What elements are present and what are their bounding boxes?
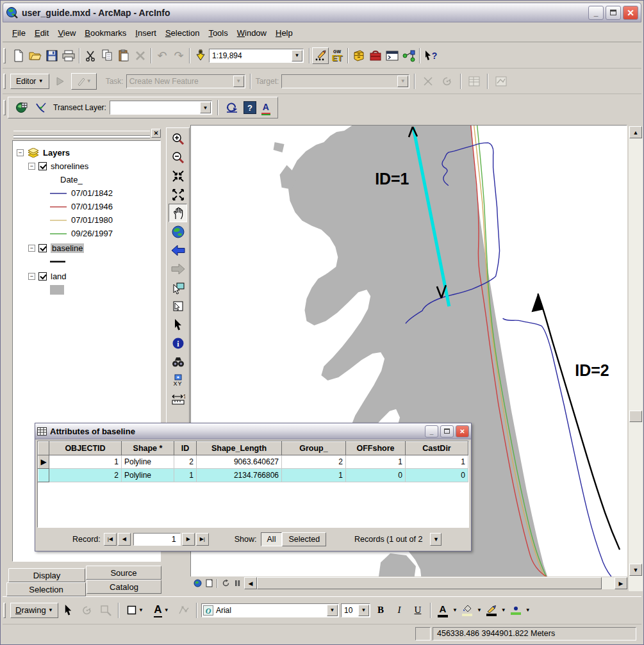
select-elements-icon[interactable] (60, 602, 77, 619)
zoom-out-icon[interactable] (169, 148, 187, 167)
show-selected-button[interactable]: Selected (282, 532, 326, 546)
select-elements-icon[interactable] (169, 315, 187, 334)
map-scale-combo[interactable]: 1:19,894 ▼ (209, 49, 304, 63)
pause-drawing-icon[interactable] (231, 578, 243, 589)
toc-close-icon[interactable]: ✕ (151, 129, 161, 138)
data-view-icon[interactable] (192, 578, 203, 589)
whats-this-button[interactable]: ? (422, 47, 439, 64)
show-all-button[interactable]: All (261, 532, 283, 546)
chevron-down-icon[interactable]: ▼ (477, 607, 482, 613)
toolbar-grip[interactable] (3, 100, 6, 115)
select-features-icon[interactable] (169, 278, 187, 297)
transect-layer-combo[interactable]: ▼ (110, 101, 212, 115)
fixed-zoom-in-icon[interactable] (169, 167, 187, 185)
refresh-icon[interactable] (220, 578, 231, 589)
find-icon[interactable] (169, 352, 187, 371)
cut-button[interactable] (82, 47, 99, 64)
tab-source[interactable]: Source (86, 566, 161, 580)
cast-transects-icon[interactable] (33, 99, 50, 116)
transect-globe-icon[interactable] (13, 99, 30, 116)
forward-arrow-icon[interactable] (169, 259, 187, 278)
expand-collapse-icon[interactable]: − (28, 273, 35, 280)
col-objectid[interactable]: OBJECTID (49, 442, 122, 455)
chevron-down-icon[interactable]: ▼ (525, 607, 531, 613)
et-geowizards-button[interactable]: GW ET (329, 47, 345, 64)
expand-collapse-icon[interactable]: − (28, 245, 35, 252)
transect-annotate-button[interactable]: A (260, 101, 272, 115)
print-button[interactable] (60, 47, 77, 64)
chevron-down-icon[interactable]: ▼ (501, 607, 506, 613)
menu-insert[interactable]: Insert (131, 26, 161, 40)
back-arrow-icon[interactable] (169, 241, 187, 259)
chevron-down-icon[interactable]: ▼ (292, 50, 302, 61)
toc-grip[interactable] (13, 131, 150, 136)
marker-color-button[interactable] (508, 602, 524, 619)
scroll-right-icon[interactable]: ▶ (615, 577, 627, 589)
measure-icon[interactable]: ? (169, 389, 187, 408)
open-button[interactable] (27, 47, 44, 64)
chevron-down-icon[interactable]: ▼ (200, 102, 211, 113)
dialog-close-button[interactable]: ✕ (456, 425, 469, 437)
layout-view-icon[interactable] (203, 578, 215, 589)
first-record-icon[interactable]: |◀ (104, 533, 117, 546)
font-size-value[interactable]: 10 (342, 606, 358, 615)
dialog-minimize-button[interactable]: _ (425, 425, 438, 437)
scroll-down-icon[interactable]: ▼ (629, 564, 642, 576)
layer-shorelines-label[interactable]: shorelines (51, 161, 88, 171)
hscroll-track[interactable] (602, 577, 615, 589)
menu-help[interactable]: Help (271, 26, 297, 40)
sketch-tool-icon[interactable]: ▼ (71, 73, 97, 90)
zoom-in-icon[interactable] (169, 129, 187, 148)
arccatalog-button[interactable] (351, 47, 367, 64)
table-row-selected[interactable]: 2 Polyline 1 2134.766806 1 0 0 (38, 469, 468, 482)
toc-root-label[interactable]: Layers (43, 148, 70, 158)
add-data-button[interactable] (192, 47, 209, 64)
layer-baseline-label[interactable]: baseline (51, 243, 84, 253)
dialog-title-bar[interactable]: Attributes of baseline _ ✕ (35, 423, 471, 439)
font-value[interactable]: Arial (213, 606, 326, 615)
chevron-down-icon[interactable]: ▼ (452, 607, 458, 613)
menu-edit[interactable]: Edit (30, 26, 53, 40)
col-offshore[interactable]: OFFshore (346, 442, 406, 455)
map-vertical-scrollbar[interactable]: ▲ ▼ (629, 126, 643, 591)
tab-display[interactable]: Display (8, 568, 85, 582)
undo-icon[interactable]: ↶ (154, 47, 170, 64)
col-shape-length[interactable]: Shape_Length (197, 442, 282, 455)
menu-window[interactable]: Window (233, 26, 271, 40)
menu-tools[interactable]: Tools (204, 26, 232, 40)
tab-catalog[interactable]: Catalog (87, 580, 161, 594)
close-button[interactable]: ✕ (623, 6, 638, 20)
map-scale-value[interactable]: 1:19,894 (210, 51, 291, 60)
hscroll-thumb[interactable] (257, 577, 602, 589)
layer-land-label[interactable]: land (51, 272, 67, 281)
redo-icon[interactable]: ↷ (170, 47, 187, 64)
col-group[interactable]: Group_ (282, 442, 346, 455)
col-shape[interactable]: Shape * (122, 442, 174, 455)
font-color-button[interactable]: A (435, 602, 450, 619)
current-record-marker[interactable]: ▶ (38, 455, 49, 469)
records-options-icon[interactable]: ▼ (430, 533, 442, 546)
drawing-menu-button[interactable]: Drawing ▼ (10, 603, 58, 618)
model-builder-button[interactable] (400, 47, 417, 64)
record-marker[interactable] (38, 469, 49, 482)
chevron-down-icon[interactable]: ▼ (358, 605, 369, 616)
expand-collapse-icon[interactable]: − (17, 149, 24, 156)
copy-button[interactable] (99, 47, 115, 64)
dialog-maximize-button[interactable] (440, 425, 454, 437)
font-combo[interactable]: O Arial ▼ (201, 603, 339, 617)
maximize-button[interactable] (606, 6, 621, 20)
col-castdir[interactable]: CastDir (406, 442, 468, 455)
full-extent-icon[interactable] (169, 222, 187, 241)
menu-bookmarks[interactable]: Bookmarks (80, 26, 131, 40)
fill-color-button[interactable] (459, 602, 475, 619)
arctoolbox-button[interactable] (367, 47, 384, 64)
record-number-input[interactable]: 1 (133, 533, 181, 546)
paste-button[interactable] (115, 47, 132, 64)
land-checkbox[interactable] (38, 272, 47, 281)
command-line-button[interactable] (384, 47, 400, 64)
bold-button[interactable]: B (372, 602, 389, 619)
menu-view[interactable]: View (53, 26, 80, 40)
recalculate-transects-icon[interactable] (224, 99, 240, 116)
transect-help-button[interactable]: ? (244, 101, 256, 114)
go-to-xy-icon[interactable]: XY (169, 371, 187, 389)
